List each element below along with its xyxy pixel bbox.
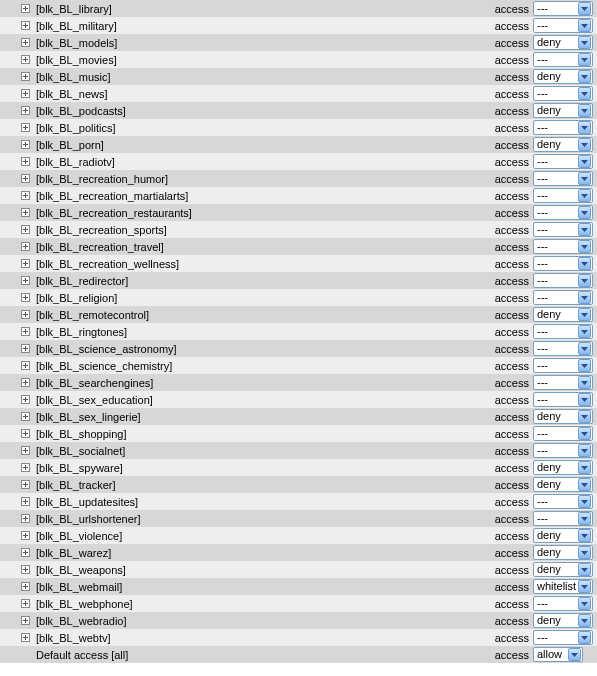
select-col: deny bbox=[533, 307, 593, 322]
plus-icon[interactable] bbox=[21, 208, 30, 217]
chevron-down-icon bbox=[578, 36, 591, 49]
plus-icon[interactable] bbox=[21, 327, 30, 336]
access-label: access bbox=[493, 394, 533, 406]
plus-icon[interactable] bbox=[21, 633, 30, 642]
access-select[interactable]: --- bbox=[533, 443, 593, 458]
plus-icon[interactable] bbox=[21, 140, 30, 149]
access-select[interactable]: deny bbox=[533, 545, 593, 560]
access-select[interactable]: --- bbox=[533, 273, 593, 288]
plus-icon[interactable] bbox=[21, 259, 30, 268]
acl-name: [blk_BL_weapons] bbox=[34, 564, 493, 576]
plus-icon[interactable] bbox=[21, 548, 30, 557]
plus-icon[interactable] bbox=[21, 446, 30, 455]
plus-icon[interactable] bbox=[21, 174, 30, 183]
plus-icon[interactable] bbox=[21, 412, 30, 421]
plus-icon[interactable] bbox=[21, 242, 30, 251]
select-value: --- bbox=[537, 274, 578, 287]
plus-icon[interactable] bbox=[21, 21, 30, 30]
access-select[interactable]: --- bbox=[533, 188, 593, 203]
chevron-down-icon bbox=[578, 444, 591, 457]
access-select[interactable]: --- bbox=[533, 392, 593, 407]
plus-icon[interactable] bbox=[21, 616, 30, 625]
svg-marker-37 bbox=[581, 636, 588, 640]
select-col: --- bbox=[533, 239, 593, 254]
access-select[interactable]: --- bbox=[533, 52, 593, 67]
access-select[interactable]: deny bbox=[533, 562, 593, 577]
access-label: access bbox=[493, 207, 533, 219]
access-select[interactable]: --- bbox=[533, 375, 593, 390]
access-select[interactable]: allow bbox=[533, 647, 583, 662]
access-select[interactable]: deny bbox=[533, 35, 593, 50]
plus-icon[interactable] bbox=[21, 191, 30, 200]
access-select[interactable]: --- bbox=[533, 1, 593, 16]
plus-icon[interactable] bbox=[21, 38, 30, 47]
access-select[interactable]: --- bbox=[533, 154, 593, 169]
acl-name: [blk_BL_warez] bbox=[34, 547, 493, 559]
access-select[interactable]: --- bbox=[533, 630, 593, 645]
plus-icon[interactable] bbox=[21, 123, 30, 132]
plus-icon[interactable] bbox=[21, 55, 30, 64]
plus-icon[interactable] bbox=[21, 310, 30, 319]
access-select[interactable]: deny bbox=[533, 477, 593, 492]
acl-name: [blk_BL_podcasts] bbox=[34, 105, 493, 117]
access-select[interactable]: whitelist bbox=[533, 579, 593, 594]
plus-icon[interactable] bbox=[21, 480, 30, 489]
access-select[interactable]: --- bbox=[533, 596, 593, 611]
access-select[interactable]: deny bbox=[533, 307, 593, 322]
access-select[interactable]: deny bbox=[533, 103, 593, 118]
plus-icon[interactable] bbox=[21, 497, 30, 506]
access-select[interactable]: --- bbox=[533, 18, 593, 33]
access-select[interactable]: deny bbox=[533, 613, 593, 628]
plus-icon[interactable] bbox=[21, 157, 30, 166]
access-select[interactable]: --- bbox=[533, 324, 593, 339]
acl-name: [blk_BL_spyware] bbox=[34, 462, 493, 474]
expand-col bbox=[2, 4, 34, 13]
plus-icon[interactable] bbox=[21, 378, 30, 387]
plus-icon[interactable] bbox=[21, 565, 30, 574]
access-select[interactable]: --- bbox=[533, 511, 593, 526]
access-select[interactable]: deny bbox=[533, 460, 593, 475]
plus-icon[interactable] bbox=[21, 4, 30, 13]
access-select[interactable]: --- bbox=[533, 256, 593, 271]
plus-icon[interactable] bbox=[21, 89, 30, 98]
plus-icon[interactable] bbox=[21, 72, 30, 81]
access-select[interactable]: --- bbox=[533, 341, 593, 356]
plus-icon[interactable] bbox=[21, 344, 30, 353]
access-select[interactable]: deny bbox=[533, 528, 593, 543]
plus-icon[interactable] bbox=[21, 429, 30, 438]
plus-icon[interactable] bbox=[21, 293, 30, 302]
access-select[interactable]: --- bbox=[533, 358, 593, 373]
access-select[interactable]: --- bbox=[533, 239, 593, 254]
plus-icon[interactable] bbox=[21, 106, 30, 115]
plus-icon[interactable] bbox=[21, 582, 30, 591]
plus-icon[interactable] bbox=[21, 463, 30, 472]
access-select[interactable]: deny bbox=[533, 137, 593, 152]
access-select[interactable]: --- bbox=[533, 494, 593, 509]
select-col: --- bbox=[533, 392, 593, 407]
access-select[interactable]: --- bbox=[533, 290, 593, 305]
chevron-down-icon bbox=[578, 257, 591, 270]
select-value: --- bbox=[537, 87, 578, 100]
plus-icon[interactable] bbox=[21, 361, 30, 370]
access-select[interactable]: --- bbox=[533, 120, 593, 135]
access-select[interactable]: --- bbox=[533, 171, 593, 186]
acl-row: Default access [all]accessallow bbox=[0, 646, 597, 663]
plus-icon[interactable] bbox=[21, 276, 30, 285]
access-select[interactable]: --- bbox=[533, 205, 593, 220]
acl-row: [blk_BL_movies]access--- bbox=[0, 51, 597, 68]
access-select[interactable]: --- bbox=[533, 222, 593, 237]
access-select[interactable]: deny bbox=[533, 69, 593, 84]
svg-marker-38 bbox=[571, 653, 578, 657]
expand-col bbox=[2, 55, 34, 64]
access-select[interactable]: --- bbox=[533, 426, 593, 441]
select-col: deny bbox=[533, 103, 593, 118]
access-select[interactable]: deny bbox=[533, 409, 593, 424]
plus-icon[interactable] bbox=[21, 531, 30, 540]
svg-marker-34 bbox=[581, 585, 588, 589]
plus-icon[interactable] bbox=[21, 514, 30, 523]
plus-icon[interactable] bbox=[21, 599, 30, 608]
plus-icon[interactable] bbox=[21, 395, 30, 404]
svg-marker-36 bbox=[581, 619, 588, 623]
plus-icon[interactable] bbox=[21, 225, 30, 234]
access-select[interactable]: --- bbox=[533, 86, 593, 101]
